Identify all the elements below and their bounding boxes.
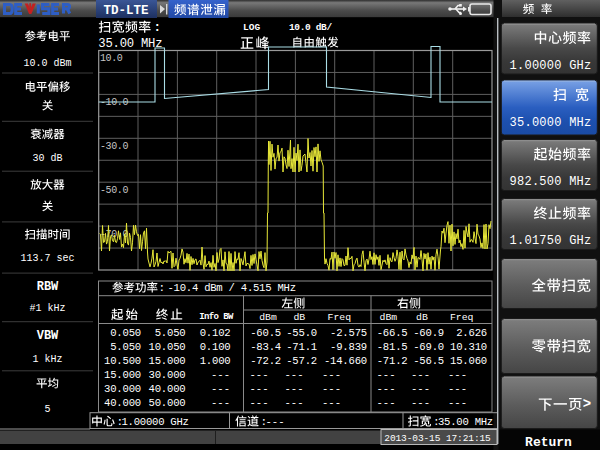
svg-text::: : — [154, 21, 162, 35]
svg-text:-50.0: -50.0 — [100, 185, 128, 196]
svg-text:---: --- — [211, 369, 230, 381]
svg-text:1 kHz: 1 kHz — [32, 354, 62, 365]
svg-text:---: --- — [377, 397, 396, 409]
svg-text:5.050: 5.050 — [110, 341, 141, 353]
svg-text:---: --- — [211, 397, 230, 409]
svg-text:Freq: Freq — [450, 312, 474, 323]
svg-text:2.626: 2.626 — [456, 327, 487, 339]
svg-text:>: > — [583, 396, 591, 412]
svg-text:0.050: 0.050 — [110, 327, 141, 339]
svg-text:-81.5: -81.5 — [377, 341, 408, 353]
svg-text:-10.4 dBm / 4.515 MHz: -10.4 dBm / 4.515 MHz — [168, 282, 296, 294]
svg-text:VBW: VBW — [37, 329, 59, 343]
svg-text:-57.2: -57.2 — [286, 355, 317, 367]
svg-text:-66.5: -66.5 — [377, 327, 408, 339]
svg-text:---: --- — [377, 383, 396, 395]
svg-text:5.050: 5.050 — [155, 327, 186, 339]
svg-text:dBm: dBm — [380, 312, 398, 323]
svg-text:---: --- — [377, 369, 396, 381]
svg-text:TD-LTE: TD-LTE — [103, 4, 148, 18]
svg-text:2013-03-15 17:21:15: 2013-03-15 17:21:15 — [384, 433, 491, 444]
svg-text:1.000: 1.000 — [200, 355, 231, 367]
svg-text:-10.0: -10.0 — [100, 97, 128, 108]
svg-text:-71.1: -71.1 — [286, 341, 317, 353]
svg-text:---: --- — [322, 369, 341, 381]
svg-text:---: --- — [322, 383, 341, 395]
svg-text:---: --- — [211, 383, 230, 395]
svg-text:113.7 sec: 113.7 sec — [20, 253, 74, 264]
svg-text:40.000: 40.000 — [149, 383, 186, 395]
svg-text:-60.9: -60.9 — [413, 327, 444, 339]
svg-text:---: --- — [285, 383, 304, 395]
svg-text:-55.0: -55.0 — [286, 327, 317, 339]
svg-text:-14.660: -14.660 — [324, 355, 367, 367]
svg-text::: : — [159, 282, 166, 294]
svg-text:30.000: 30.000 — [149, 369, 186, 381]
svg-text:---: --- — [448, 397, 467, 409]
svg-text:---: --- — [448, 383, 467, 395]
svg-text:982.500 MHz: 982.500 MHz — [510, 175, 592, 189]
svg-text:---: --- — [250, 369, 269, 381]
svg-text:-9.839: -9.839 — [330, 341, 367, 353]
svg-text:0.100: 0.100 — [200, 341, 231, 353]
svg-text:10.500: 10.500 — [104, 355, 141, 367]
svg-text:dB: dB — [416, 312, 428, 323]
svg-text:50.000: 50.000 — [149, 397, 186, 409]
svg-text:35.0000 MHz: 35.0000 MHz — [510, 116, 592, 130]
svg-text:---: --- — [448, 369, 467, 381]
svg-text:0.102: 0.102 — [200, 327, 231, 339]
svg-text:1.01750 GHz: 1.01750 GHz — [510, 234, 592, 248]
svg-text:40.000: 40.000 — [104, 397, 141, 409]
svg-text:-60.5: -60.5 — [250, 327, 281, 339]
svg-text:---: --- — [250, 383, 269, 395]
svg-text:-72.2: -72.2 — [250, 355, 281, 367]
svg-text:#1 kHz: #1 kHz — [29, 303, 65, 314]
svg-text:Freq: Freq — [328, 312, 352, 323]
svg-text:15.000: 15.000 — [104, 369, 141, 381]
svg-text:35.00 MHz: 35.00 MHz — [438, 416, 493, 428]
svg-text:30 dB: 30 dB — [32, 153, 62, 164]
svg-text:10.0: 10.0 — [100, 53, 123, 64]
svg-text:15.000: 15.000 — [149, 355, 186, 367]
svg-text:-71.2: -71.2 — [377, 355, 408, 367]
svg-text:RBW: RBW — [37, 280, 59, 294]
svg-text:10.0 dB/: 10.0 dB/ — [289, 22, 332, 33]
svg-text:-30.0: -30.0 — [100, 141, 128, 152]
svg-text:---: --- — [250, 397, 269, 409]
svg-text:-83.4: -83.4 — [250, 341, 281, 353]
svg-text:-69.0: -69.0 — [413, 341, 444, 353]
svg-text:10.050: 10.050 — [149, 341, 186, 353]
svg-text:15.060: 15.060 — [450, 355, 487, 367]
svg-text:---: --- — [322, 397, 341, 409]
svg-text:-56.5: -56.5 — [413, 355, 444, 367]
svg-text:35.00 MHz: 35.00 MHz — [98, 37, 162, 51]
svg-text:1.00000 GHz: 1.00000 GHz — [122, 416, 189, 428]
svg-text:10.0 dBm: 10.0 dBm — [23, 58, 71, 69]
svg-text:LOG: LOG — [243, 22, 260, 33]
svg-text:10.310: 10.310 — [450, 341, 487, 353]
svg-text:dB: dB — [293, 312, 305, 323]
svg-text:5: 5 — [44, 404, 50, 415]
svg-text:---: --- — [285, 369, 304, 381]
svg-text:---: --- — [285, 397, 304, 409]
svg-text:-2.575: -2.575 — [330, 327, 367, 339]
svg-text:Return: Return — [525, 435, 572, 450]
svg-text:dBm: dBm — [259, 312, 277, 323]
svg-text:---: --- — [411, 369, 430, 381]
svg-text:---: --- — [266, 416, 285, 428]
svg-text:30.000: 30.000 — [104, 383, 141, 395]
svg-text:1.00000 GHz: 1.00000 GHz — [510, 59, 592, 73]
svg-text:Info BW: Info BW — [199, 312, 234, 322]
svg-text:---: --- — [411, 397, 430, 409]
svg-text:---: --- — [411, 383, 430, 395]
